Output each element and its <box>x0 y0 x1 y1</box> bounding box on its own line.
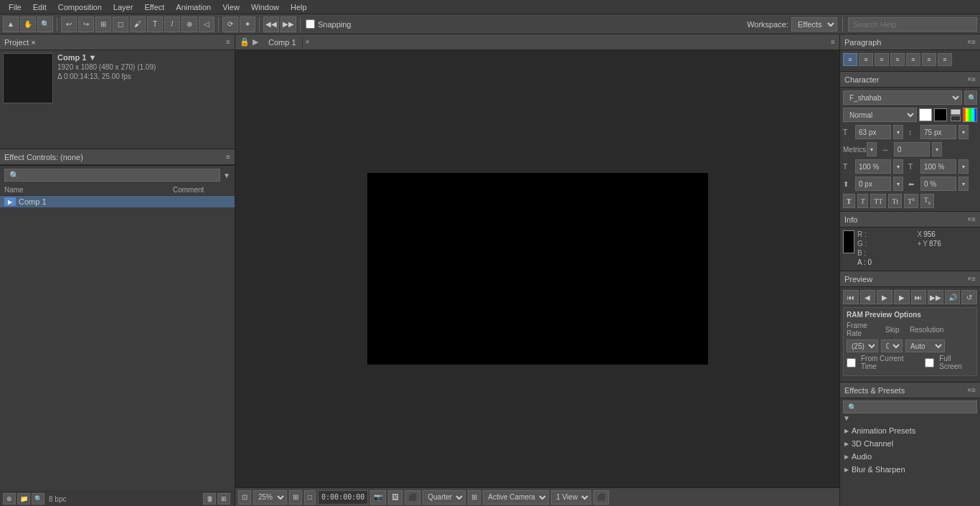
bold-btn[interactable]: T <box>843 194 855 208</box>
italic-btn[interactable]: T <box>857 194 869 208</box>
paragraph-menu[interactable]: ≡ <box>971 38 976 46</box>
tracking-down[interactable]: ▾ <box>932 142 942 156</box>
full-screen-check[interactable] <box>925 358 934 367</box>
effects-group-audio[interactable]: ▶ Audio <box>840 450 980 463</box>
tool-clone[interactable]: ⊕ <box>182 17 197 32</box>
animation-presets-header[interactable]: ▶ Animation Presets <box>840 424 980 437</box>
workspace-select[interactable]: Effects <box>791 17 837 32</box>
info-menu[interactable]: ≡ <box>971 215 976 223</box>
scale-h-input[interactable] <box>855 159 891 174</box>
baseline-down[interactable]: ▾ <box>893 177 903 191</box>
resolution-select[interactable]: Auto <box>905 339 945 352</box>
font-select[interactable]: F_shahab <box>843 90 962 105</box>
skip-select[interactable]: 0 <box>881 339 903 352</box>
grid-btn[interactable]: ⊞ <box>468 490 481 505</box>
view-select[interactable]: 1 View <box>551 490 591 505</box>
menu-view[interactable]: View <box>217 1 245 13</box>
skip-to-start-btn[interactable]: ⏮ <box>843 290 859 304</box>
audio-header[interactable]: ▶ Audio <box>840 450 980 463</box>
effects-group-3d-channel[interactable]: ▶ 3D Channel <box>840 437 980 450</box>
character-menu[interactable]: ≡ <box>971 75 976 83</box>
blur-sharpen-header[interactable]: ▶ Blur & Sharpen <box>840 463 980 476</box>
fit-to-window-btn[interactable]: ⊞ <box>289 490 302 505</box>
tool-puppet[interactable]: ✦ <box>240 17 255 32</box>
effects-group-animation-presets[interactable]: ▶ Animation Presets <box>840 424 980 437</box>
comp-tab-close[interactable]: × <box>306 38 310 46</box>
scale-h-down[interactable]: ▾ <box>893 159 903 174</box>
tsume-down[interactable]: ▾ <box>958 177 969 191</box>
menu-help[interactable]: Help <box>285 1 313 13</box>
menu-file[interactable]: File <box>3 1 27 13</box>
tracking-input[interactable] <box>894 142 930 156</box>
search-btn2[interactable]: 🔍 <box>32 493 44 505</box>
menu-effect[interactable]: Effect <box>138 1 170 13</box>
file-item-comp1[interactable]: ▶ Comp 1 <box>0 196 235 207</box>
tool-erase[interactable]: ◁ <box>199 17 215 32</box>
baseline-input[interactable] <box>855 177 891 191</box>
scale-v-down[interactable]: ▾ <box>958 159 969 174</box>
next-frame-btn[interactable]: ▶ <box>894 290 910 304</box>
tool-zoom[interactable]: 🔍 <box>37 17 53 32</box>
tool-roto[interactable]: ⟳ <box>222 17 238 32</box>
align-right-btn[interactable]: ≡ <box>875 53 889 66</box>
align-center-btn[interactable]: ≡ <box>859 53 873 66</box>
font-size-down[interactable]: ▾ <box>893 125 903 139</box>
menu-layer[interactable]: Layer <box>108 1 139 13</box>
tool-undo[interactable]: ↩ <box>61 17 77 32</box>
tool-hand[interactable]: ✋ <box>20 17 36 32</box>
snapshot-btn[interactable]: 📷 <box>370 490 386 505</box>
align-justify-all-btn[interactable]: ≡ <box>922 53 936 66</box>
menu-window[interactable]: Window <box>245 1 285 13</box>
stroke-color-swatch[interactable] <box>934 108 947 121</box>
render-btn[interactable]: ⬛ <box>593 490 609 505</box>
project-search-input[interactable] <box>4 169 220 182</box>
tool-redo[interactable]: ↪ <box>78 17 94 32</box>
frame-rate-select[interactable]: (25) <box>847 339 878 352</box>
scale-v-input[interactable] <box>920 159 956 174</box>
tool-next-frame[interactable]: ▶▶ <box>281 17 296 32</box>
tool-prev-frame[interactable]: ◀◀ <box>263 17 279 32</box>
skip-to-end-btn[interactable]: ⏭ <box>911 290 927 304</box>
effects-search-input[interactable] <box>843 400 977 413</box>
new-item-btn[interactable]: ⊕ <box>3 493 16 505</box>
all-caps-btn[interactable]: TT <box>870 194 886 208</box>
show-snapshot-btn[interactable]: 🖼 <box>388 490 402 505</box>
metrics-down[interactable]: ▾ <box>867 142 877 156</box>
snapping-checkbox[interactable] <box>306 19 315 29</box>
swap-colors-btn[interactable] <box>951 109 961 115</box>
align-justify-right-btn[interactable]: ≡ <box>906 53 920 66</box>
ram-preview-btn[interactable]: ▶▶ <box>928 290 943 304</box>
reset-colors-btn[interactable] <box>951 116 961 121</box>
leading-input[interactable] <box>920 125 956 139</box>
search-dropdown[interactable]: ▼ <box>223 172 230 179</box>
from-current-time-check[interactable] <box>847 358 856 367</box>
tool-paint[interactable]: 🖌 <box>130 17 146 32</box>
style-select[interactable]: Normal <box>843 108 917 122</box>
font-search-btn[interactable]: 🔍 <box>964 90 977 105</box>
play-btn[interactable]: ▶ <box>877 290 892 304</box>
align-left-btn[interactable]: ≡ <box>843 53 857 66</box>
transparency-btn[interactable]: ⬛ <box>405 490 420 505</box>
menu-composition[interactable]: Composition <box>52 1 108 13</box>
superscript-btn[interactable]: Ts <box>904 194 918 208</box>
region-of-interest-btn[interactable]: ⊡ <box>238 490 251 505</box>
align-justify-btn[interactable]: ≡ <box>890 53 905 66</box>
comp-panel-menu[interactable]: ≡ <box>831 38 835 46</box>
project-menu-btn[interactable]: ≡ <box>226 38 230 46</box>
small-caps-btn[interactable]: Tt <box>888 194 902 208</box>
comp-tab[interactable]: Comp 1 <box>263 37 303 48</box>
effects-search-dropdown[interactable]: ▼ <box>843 414 850 422</box>
search-help-input[interactable] <box>848 17 977 32</box>
align-justify-left-btn[interactable]: ≡ <box>938 53 952 66</box>
prev-frame-btn[interactable]: ◀ <box>860 290 876 304</box>
effects-presets-menu[interactable]: ≡ <box>971 386 976 394</box>
pixel-aspect-btn[interactable]: □ <box>304 490 316 505</box>
fill-color-swatch[interactable] <box>919 108 932 121</box>
menu-animation[interactable]: Animation <box>170 1 217 13</box>
tool-snap-grid[interactable]: ⊞ <box>95 17 111 32</box>
tool-text[interactable]: T <box>147 17 163 32</box>
zoom-select[interactable]: 25% <box>253 490 287 505</box>
effects-group-blur-sharpen[interactable]: ▶ Blur & Sharpen <box>840 463 980 476</box>
quality-select[interactable]: Quarter <box>423 490 466 505</box>
tool-select[interactable]: ▲ <box>3 17 19 32</box>
